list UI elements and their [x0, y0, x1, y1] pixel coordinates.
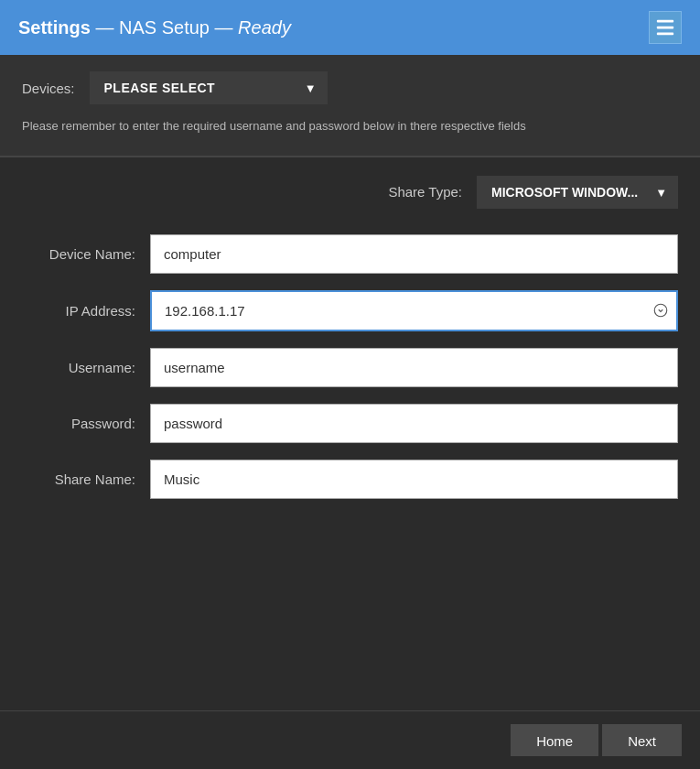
devices-section: Devices: PLEASE SELECT Please remember t…: [0, 55, 700, 157]
svg-rect-1: [657, 27, 673, 29]
bottom-bar: Home Next: [0, 710, 700, 769]
password-input[interactable]: [150, 404, 678, 443]
next-button[interactable]: Next: [602, 724, 682, 756]
devices-label: Devices:: [22, 81, 75, 96]
header-settings-icon[interactable]: [649, 11, 682, 44]
password-label: Password:: [22, 416, 150, 431]
title-sep1: —: [95, 17, 119, 38]
username-label: Username:: [22, 360, 150, 375]
share-name-label: Share Name:: [22, 471, 150, 487]
ip-input-wrapper[interactable]: [150, 290, 678, 331]
header-bar: Settings — NAS Setup — Ready: [0, 0, 700, 55]
devices-hint: Please remember to enter the required us…: [22, 117, 678, 135]
share-type-row: Share Type: MICROSOFT WINDOW... SMB/CIFS…: [22, 176, 678, 209]
devices-row: Devices: PLEASE SELECT: [22, 71, 678, 104]
share-name-field: Share Name:: [22, 460, 678, 499]
device-name-field: Device Name:: [22, 234, 678, 274]
title-ready: Ready: [238, 17, 291, 38]
title-nas-setup: NAS Setup: [119, 17, 210, 38]
page-title: Settings — NAS Setup — Ready: [18, 17, 291, 38]
device-name-label: Device Name:: [22, 246, 150, 262]
device-name-input[interactable]: [150, 234, 678, 274]
share-type-select-wrapper[interactable]: MICROSOFT WINDOW... SMB/CIFS NFS: [477, 176, 678, 209]
devices-select[interactable]: PLEASE SELECT: [90, 71, 328, 104]
title-settings: Settings: [18, 17, 91, 38]
title-sep2: —: [215, 17, 239, 38]
form-section: Share Type: MICROSOFT WINDOW... SMB/CIFS…: [0, 157, 700, 534]
password-field: Password:: [22, 404, 678, 443]
ip-address-field: IP Address:: [22, 290, 678, 331]
home-button[interactable]: Home: [511, 724, 598, 756]
share-type-select[interactable]: MICROSOFT WINDOW... SMB/CIFS NFS: [477, 176, 678, 209]
svg-rect-0: [657, 20, 673, 23]
username-field: Username:: [22, 348, 678, 387]
share-name-input[interactable]: [150, 460, 678, 499]
ip-address-label: IP Address:: [22, 303, 150, 319]
share-type-label: Share Type:: [388, 184, 462, 200]
devices-select-wrapper[interactable]: PLEASE SELECT: [90, 71, 328, 104]
ip-dropdown-button[interactable]: [645, 302, 676, 319]
svg-rect-2: [657, 33, 673, 36]
username-input[interactable]: [150, 348, 678, 387]
svg-point-3: [654, 304, 667, 317]
ip-address-input[interactable]: [152, 292, 645, 330]
